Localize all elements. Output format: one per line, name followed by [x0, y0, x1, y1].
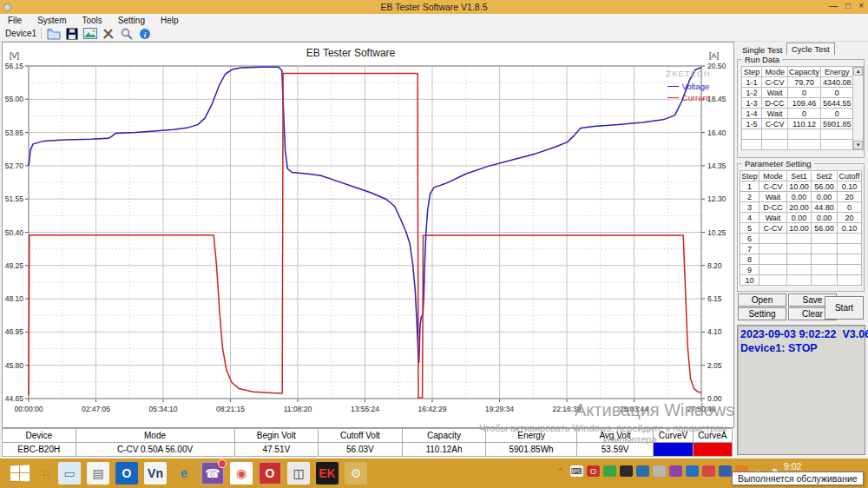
notepad-icon[interactable]: ▤ — [87, 462, 109, 485]
table-cell: EBC-B20H — [3, 443, 76, 457]
ek-icon[interactable]: EK — [316, 462, 339, 485]
table-cell — [762, 140, 788, 150]
hidden-icons-chevron-icon[interactable]: ⌃ — [554, 465, 567, 477]
table-cell: 8 — [740, 254, 760, 265]
search-tray-icon[interactable] — [636, 465, 649, 477]
table-cell: 20 — [838, 192, 862, 202]
zoom-icon[interactable] — [119, 27, 134, 40]
table-cell — [762, 129, 788, 140]
table-row[interactable]: 3D-CC20.0044.800 — [740, 202, 862, 213]
export-image-icon[interactable] — [82, 27, 97, 40]
taskbar-clock[interactable]: 9:02 — [784, 461, 801, 472]
tools-icon[interactable] — [101, 27, 115, 40]
table-cell: 1-2 — [742, 88, 762, 98]
menu-file[interactable]: File — [0, 16, 30, 25]
svg-text:4.10: 4.10 — [707, 327, 722, 336]
menu-tools[interactable]: Tools — [74, 16, 109, 25]
internet-explorer-icon[interactable]: e — [173, 462, 195, 485]
table-cell: Wait — [762, 109, 788, 119]
table-row[interactable]: 1-3D-CC109.465644.55 — [742, 98, 853, 109]
table-cell — [812, 254, 838, 265]
svg-text:10.25: 10.25 — [707, 228, 727, 237]
camera-tray-icon[interactable] — [620, 465, 633, 477]
menu-help[interactable]: Help — [153, 16, 187, 25]
table-row[interactable]: 4Wait0.000.0020 — [740, 213, 862, 223]
table-row[interactable]: 10 — [740, 275, 862, 286]
table-cell: 110.12Ah — [402, 443, 486, 457]
file-explorer-icon[interactable]: ▭ — [58, 462, 81, 485]
table-cell: 79.70 — [788, 77, 821, 88]
update-tray-icon[interactable] — [702, 465, 715, 477]
table-row[interactable]: 5C-CV10.0056.000.10 — [740, 223, 862, 234]
table-cell: C-CV — [760, 181, 787, 192]
table-cell — [838, 234, 862, 244]
svg-text:2.05: 2.05 — [707, 361, 722, 370]
chrome-icon[interactable]: ◉ — [230, 462, 253, 485]
graphics-tray-icon[interactable] — [603, 465, 616, 477]
log-line-status: Device1: STOP — [740, 341, 862, 355]
vnc-icon[interactable]: Vn — [144, 462, 167, 485]
3d-box-icon[interactable]: ◫ — [287, 462, 310, 485]
table-row[interactable] — [742, 140, 853, 150]
network-tray-icon[interactable] — [719, 465, 732, 477]
viber-tray-icon[interactable] — [669, 465, 682, 477]
menu-system[interactable]: System — [30, 16, 74, 25]
start-button[interactable]: Start — [825, 296, 864, 320]
svg-text:55.00: 55.00 — [5, 95, 24, 103]
table-cell: 110.12 — [788, 119, 821, 129]
table-row[interactable]: 7 — [740, 244, 862, 254]
table-row[interactable]: 2Wait0.000.0020 — [740, 192, 862, 202]
table-cell: 1-4 — [742, 109, 762, 119]
table-row[interactable]: 8 — [740, 254, 862, 265]
table-cell: 0 — [821, 88, 853, 98]
setting-button[interactable]: Setting — [738, 307, 786, 320]
svg-text:50.40: 50.40 — [5, 228, 24, 237]
table-row[interactable] — [742, 129, 853, 140]
opera-icon[interactable]: O — [259, 462, 281, 485]
table-row[interactable]: 1-5C-CV110.125901.85 — [742, 119, 853, 129]
scroll-down-icon[interactable]: ▼ — [853, 141, 863, 149]
opera-tray-icon[interactable]: O — [587, 465, 600, 477]
activation-watermark-title: Активация Windows — [575, 400, 734, 420]
bluetooth-tray-icon[interactable] — [686, 465, 699, 477]
svg-text:00:00:00: 00:00:00 — [14, 405, 43, 413]
column-header: Set1 — [787, 171, 812, 181]
maximize-button[interactable]: □ — [845, 1, 851, 10]
svg-text:46.95: 46.95 — [5, 327, 24, 336]
table-cell: C-CV — [762, 77, 788, 88]
table-cell — [693, 443, 732, 457]
save-icon[interactable] — [64, 27, 79, 40]
open-button[interactable]: Open — [738, 293, 786, 307]
table-row[interactable]: 1C-CV10.0056.000.10 — [740, 181, 862, 192]
open-file-icon[interactable] — [46, 27, 61, 40]
scroll-up-icon[interactable]: ▲ — [853, 67, 863, 76]
table-row[interactable]: 6 — [740, 234, 862, 244]
outlook-icon[interactable]: O — [115, 462, 138, 485]
svg-text:02:47:05: 02:47:05 — [82, 405, 110, 413]
table-cell: 0 — [821, 109, 853, 119]
table-row[interactable]: 1-2Wait00 — [742, 88, 853, 98]
mini-tray-icon[interactable] — [653, 465, 666, 477]
run-data-scrollbar[interactable]: ▲ ▼ — [853, 66, 864, 150]
table-cell: 10.00 — [787, 223, 812, 234]
pinned-apps-dots-icon[interactable]: ∷ — [40, 462, 52, 485]
activation-watermark-text2: компьютера. — [603, 434, 660, 445]
close-button[interactable]: × — [858, 1, 864, 10]
viber-icon[interactable]: ☎ — [201, 462, 224, 485]
settings-gear-icon[interactable]: ⚙ — [345, 462, 367, 485]
minimize-button[interactable]: — — [829, 1, 838, 10]
table-row[interactable]: 9 — [740, 265, 862, 275]
desktop: EB Tester Software V1.8.5 — □ × File Sys… — [0, 0, 868, 488]
start-menu-button[interactable] — [5, 462, 35, 485]
tab-cycle-test[interactable]: Cycle Test — [786, 43, 835, 55]
svg-text:53.85: 53.85 — [5, 129, 24, 137]
table-row[interactable]: 1-4Wait00 — [742, 109, 853, 119]
table-row[interactable]: 1-1C-CV79.704340.08 — [742, 77, 853, 88]
table-header-row: StepModeSet1Set2Cutoff — [740, 171, 862, 181]
info-icon[interactable]: i — [137, 27, 152, 40]
device-selector[interactable]: Device1 — [5, 29, 36, 38]
table-cell — [812, 234, 838, 244]
menu-setting[interactable]: Setting — [110, 16, 153, 25]
keyboard-icon[interactable]: ⌨ — [570, 465, 583, 477]
table-cell: 47.51V — [234, 443, 319, 457]
